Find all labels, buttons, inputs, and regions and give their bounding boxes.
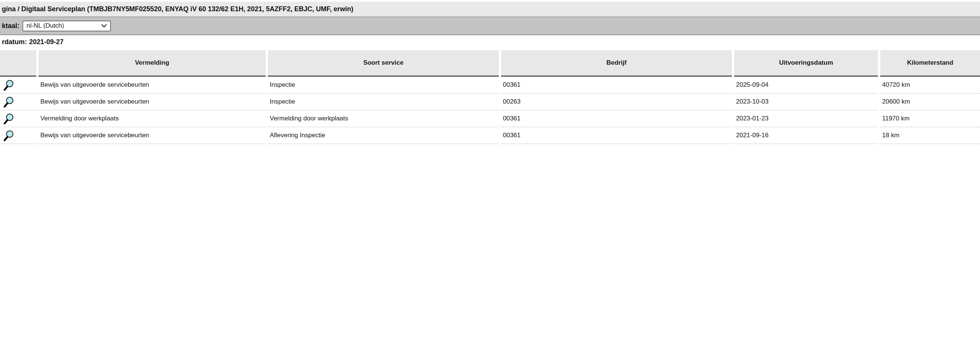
chevron-down-icon [101,24,107,28]
cell-kilometerstand: 11970 km [880,110,980,127]
row-detail-cell [0,127,36,144]
header-cell-icon [0,50,36,77]
service-history-table: Vermelding Soort service Bedrijf Uitvoer… [0,50,980,144]
table-row: Vermelding door werkplaats Vermelding do… [0,110,980,127]
cell-kilometerstand: 40720 km [880,77,980,94]
row-detail-cell [0,110,36,127]
cell-vermelding: Bewijs van uitgevoerde servicebeurten [38,127,266,144]
row-detail-cell [0,94,36,110]
cell-soort-service: Vermelding door werkplaats [268,110,499,127]
delivery-date-value: 2021-09-27 [29,38,64,46]
magnifier-icon[interactable] [3,96,14,108]
breadcrumb-bar: gina / Digitaal Serviceplan (TMBJB7NY5MF… [0,2,980,17]
cell-uitvoeringsdatum: 2023-10-03 [734,94,878,110]
cell-bedrijf: 00263 [501,94,732,110]
cell-vermelding: Vermelding door werkplaats [38,110,266,127]
cell-uitvoeringsdatum: 2023-01-23 [734,110,878,127]
magnifier-icon[interactable] [3,130,14,141]
header-cell-soort-service: Soort service [268,50,499,77]
cell-soort-service: Aflevering Inspectie [268,127,499,144]
table-row: Bewijs van uitgevoerde servicebeurten In… [0,77,980,94]
cell-uitvoeringsdatum: 2025-09-04 [734,77,878,94]
breadcrumb: gina / Digitaal Serviceplan (TMBJB7NY5MF… [2,5,353,13]
header-cell-kilometerstand: Kilometerstand [880,50,980,77]
header-cell-vermelding: Vermelding [38,50,266,77]
table-row: Bewijs van uitgevoerde servicebeurten In… [0,94,980,110]
cell-bedrijf: 00361 [501,127,732,144]
magnifier-icon[interactable] [3,79,14,91]
cell-soort-service: Inspectie [268,94,499,110]
language-bar: ktaal: nl-NL (Dutch) [0,17,980,35]
language-label: ktaal: [2,22,19,30]
cell-bedrijf: 00361 [501,110,732,127]
cell-kilometerstand: 20600 km [880,94,980,110]
cell-vermelding: Bewijs van uitgevoerde servicebeurten [38,77,266,94]
cell-soort-service: Inspectie [268,77,499,94]
digitaal-serviceplan-page: { "topbar": { "breadcrumb": "gina / Digi… [0,0,980,359]
delivery-date-label: rdatum: [2,38,27,46]
table-header-row: Vermelding Soort service Bedrijf Uitvoer… [0,50,980,77]
header-cell-uitvoeringsdatum: Uitvoeringsdatum [734,50,878,77]
magnifier-icon[interactable] [3,113,14,124]
table-row: Bewijs van uitgevoerde servicebeurten Af… [0,127,980,144]
print-language-selected-value: nl-NL (Dutch) [27,22,64,30]
cell-uitvoeringsdatum: 2021-09-16 [734,127,878,144]
cell-vermelding: Bewijs van uitgevoerde servicebeurten [38,94,266,110]
row-detail-cell [0,77,36,94]
print-language-select[interactable]: nl-NL (Dutch) [22,21,111,32]
delivery-date-line: rdatum: 2021-09-27 [0,36,64,48]
header-cell-bedrijf: Bedrijf [501,50,732,77]
cell-kilometerstand: 18 km [880,127,980,144]
cell-bedrijf: 00361 [501,77,732,94]
